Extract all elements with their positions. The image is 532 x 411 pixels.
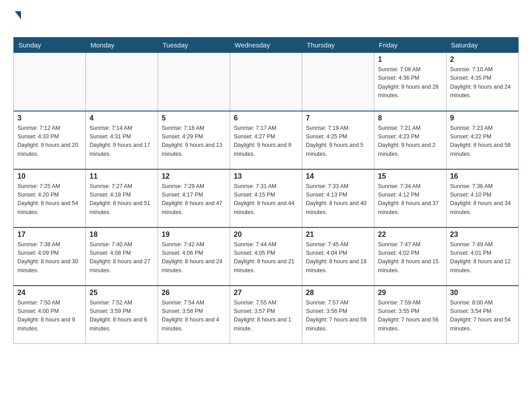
calendar-weekday-header: Monday [86,38,158,53]
calendar-header-row: SundayMondayTuesdayWednesdayThursdayFrid… [14,38,519,53]
calendar-day-cell: 30Sunrise: 8:00 AMSunset: 3:54 PMDayligh… [446,286,519,344]
day-number: 17 [17,231,82,239]
day-info: Sunrise: 8:00 AMSunset: 3:54 PMDaylight:… [450,299,515,334]
day-number: 24 [17,289,82,297]
day-number: 18 [90,231,154,239]
calendar-day-cell: 16Sunrise: 7:36 AMSunset: 4:10 PMDayligh… [446,169,519,227]
day-number: 5 [162,114,226,122]
day-info: Sunrise: 7:49 AMSunset: 4:01 PMDaylight:… [450,240,515,275]
calendar-day-cell [230,53,302,111]
calendar-weekday-header: Wednesday [230,38,302,53]
calendar-day-cell: 5Sunrise: 7:16 AMSunset: 4:29 PMDaylight… [158,111,230,169]
calendar-week-row: 3Sunrise: 7:12 AMSunset: 4:33 PMDaylight… [14,111,519,169]
day-number: 27 [234,289,298,297]
calendar-day-cell [86,53,158,111]
day-info: Sunrise: 7:55 AMSunset: 3:57 PMDaylight:… [234,299,298,334]
calendar-day-cell: 19Sunrise: 7:42 AMSunset: 4:06 PMDayligh… [158,227,230,286]
day-number: 6 [234,114,298,122]
day-info: Sunrise: 7:16 AMSunset: 4:29 PMDaylight:… [162,124,226,159]
day-info: Sunrise: 7:27 AMSunset: 4:18 PMDaylight:… [90,182,154,217]
calendar-week-row: 1Sunrise: 7:08 AMSunset: 4:36 PMDaylight… [14,53,519,111]
day-number: 19 [162,231,226,239]
day-number: 28 [306,289,370,297]
day-info: Sunrise: 7:34 AMSunset: 4:12 PMDaylight:… [378,182,442,217]
calendar-day-cell: 24Sunrise: 7:50 AMSunset: 4:00 PMDayligh… [14,286,86,344]
calendar-weekday-header: Sunday [14,38,86,53]
day-number: 23 [450,231,515,239]
day-info: Sunrise: 7:59 AMSunset: 3:55 PMDaylight:… [378,299,442,334]
calendar-day-cell: 14Sunrise: 7:33 AMSunset: 4:13 PMDayligh… [302,169,374,227]
calendar-day-cell: 8Sunrise: 7:21 AMSunset: 4:23 PMDaylight… [374,111,446,169]
day-info: Sunrise: 7:52 AMSunset: 3:59 PMDaylight:… [90,299,154,334]
calendar-week-row: 17Sunrise: 7:38 AMSunset: 4:09 PMDayligh… [14,227,519,286]
day-number: 26 [162,289,226,297]
calendar-day-cell: 28Sunrise: 7:57 AMSunset: 3:56 PMDayligh… [302,286,374,344]
day-number: 9 [450,114,515,122]
calendar-day-cell: 3Sunrise: 7:12 AMSunset: 4:33 PMDaylight… [14,111,86,169]
day-info: Sunrise: 7:19 AMSunset: 4:25 PMDaylight:… [306,124,370,159]
calendar-day-cell: 9Sunrise: 7:23 AMSunset: 4:22 PMDaylight… [446,111,519,169]
day-info: Sunrise: 7:38 AMSunset: 4:09 PMDaylight:… [17,240,82,275]
day-number: 10 [17,172,82,180]
day-info: Sunrise: 7:21 AMSunset: 4:23 PMDaylight:… [378,124,442,159]
calendar-day-cell: 17Sunrise: 7:38 AMSunset: 4:09 PMDayligh… [14,227,86,286]
day-info: Sunrise: 7:17 AMSunset: 4:27 PMDaylight:… [234,124,298,159]
day-info: Sunrise: 7:54 AMSunset: 3:58 PMDaylight:… [162,299,226,334]
day-number: 7 [306,114,370,122]
day-number: 4 [90,114,154,122]
calendar-weekday-header: Saturday [446,38,519,53]
day-info: Sunrise: 7:31 AMSunset: 4:15 PMDaylight:… [234,182,298,217]
calendar-day-cell: 6Sunrise: 7:17 AMSunset: 4:27 PMDaylight… [230,111,302,169]
day-info: Sunrise: 7:08 AMSunset: 4:36 PMDaylight:… [378,65,442,100]
day-number: 14 [306,172,370,180]
day-number: 12 [162,172,226,180]
calendar-table: SundayMondayTuesdayWednesdayThursdayFrid… [13,37,519,344]
calendar-day-cell: 22Sunrise: 7:47 AMSunset: 4:02 PMDayligh… [374,227,446,286]
day-info: Sunrise: 7:23 AMSunset: 4:22 PMDaylight:… [450,124,515,159]
page-header: General [13,9,519,33]
day-info: Sunrise: 7:10 AMSunset: 4:35 PMDaylight:… [450,65,515,100]
day-number: 2 [450,56,515,64]
day-info: Sunrise: 7:36 AMSunset: 4:10 PMDaylight:… [450,182,515,217]
day-info: Sunrise: 7:40 AMSunset: 4:08 PMDaylight:… [90,240,154,275]
calendar-day-cell: 11Sunrise: 7:27 AMSunset: 4:18 PMDayligh… [86,169,158,227]
logo-top [13,9,21,19]
calendar-day-cell: 15Sunrise: 7:34 AMSunset: 4:12 PMDayligh… [374,169,446,227]
calendar-day-cell [14,53,86,111]
calendar-day-cell: 27Sunrise: 7:55 AMSunset: 3:57 PMDayligh… [230,286,302,344]
day-number: 20 [234,231,298,239]
day-info: Sunrise: 7:44 AMSunset: 4:05 PMDaylight:… [234,240,298,275]
calendar-day-cell: 29Sunrise: 7:59 AMSunset: 3:55 PMDayligh… [374,286,446,344]
calendar-day-cell: 20Sunrise: 7:44 AMSunset: 4:05 PMDayligh… [230,227,302,286]
day-info: Sunrise: 7:47 AMSunset: 4:02 PMDaylight:… [378,240,442,275]
calendar-day-cell: 7Sunrise: 7:19 AMSunset: 4:25 PMDaylight… [302,111,374,169]
calendar-day-cell: 25Sunrise: 7:52 AMSunset: 3:59 PMDayligh… [86,286,158,344]
day-number: 3 [17,114,82,122]
calendar-day-cell: 13Sunrise: 7:31 AMSunset: 4:15 PMDayligh… [230,169,302,227]
day-number: 25 [90,289,154,297]
day-info: Sunrise: 7:42 AMSunset: 4:06 PMDaylight:… [162,240,226,275]
day-number: 15 [378,172,442,180]
calendar-weekday-header: Thursday [302,38,374,53]
calendar-day-cell: 23Sunrise: 7:49 AMSunset: 4:01 PMDayligh… [446,227,519,286]
day-number: 16 [450,172,515,180]
calendar-day-cell: 10Sunrise: 7:25 AMSunset: 4:20 PMDayligh… [14,169,86,227]
calendar-day-cell [158,53,230,111]
day-info: Sunrise: 7:14 AMSunset: 4:31 PMDaylight:… [90,124,154,159]
logo: General [13,9,61,33]
calendar-day-cell: 12Sunrise: 7:29 AMSunset: 4:17 PMDayligh… [158,169,230,227]
calendar-weekday-header: Tuesday [158,38,230,53]
day-info: Sunrise: 7:12 AMSunset: 4:33 PMDaylight:… [17,124,82,159]
day-info: Sunrise: 7:29 AMSunset: 4:17 PMDaylight:… [162,182,226,217]
day-info: Sunrise: 7:33 AMSunset: 4:13 PMDaylight:… [306,182,370,217]
day-info: Sunrise: 7:57 AMSunset: 3:56 PMDaylight:… [306,299,370,334]
calendar-weekday-header: Friday [374,38,446,53]
calendar-day-cell [302,53,374,111]
day-number: 21 [306,231,370,239]
calendar-day-cell: 21Sunrise: 7:45 AMSunset: 4:04 PMDayligh… [302,227,374,286]
calendar-day-cell: 18Sunrise: 7:40 AMSunset: 4:08 PMDayligh… [86,227,158,286]
day-number: 29 [378,289,442,297]
calendar-day-cell: 2Sunrise: 7:10 AMSunset: 4:35 PMDaylight… [446,53,519,111]
day-number: 1 [378,56,442,64]
calendar-week-row: 24Sunrise: 7:50 AMSunset: 4:00 PMDayligh… [14,286,519,344]
